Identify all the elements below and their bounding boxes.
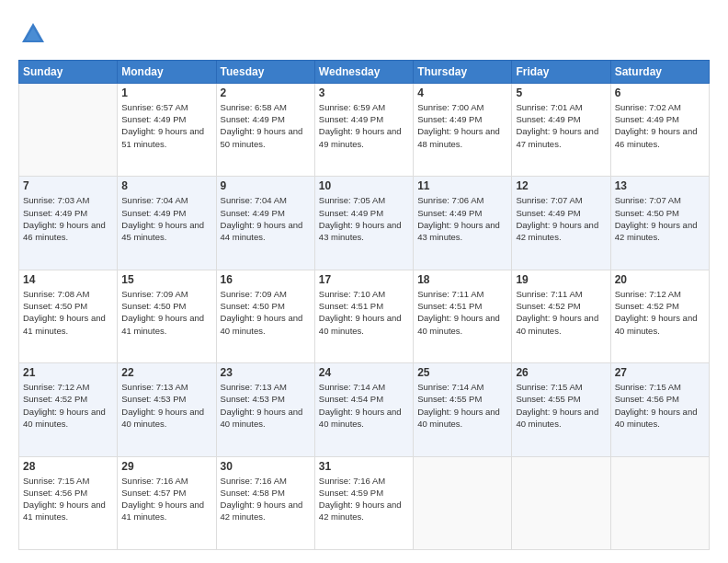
calendar-day-cell: 21Sunrise: 7:12 AMSunset: 4:52 PMDayligh…	[19, 363, 118, 456]
calendar-day-cell: 2Sunrise: 6:58 AMSunset: 4:49 PMDaylight…	[216, 83, 314, 176]
day-info: Sunrise: 7:09 AMSunset: 4:50 PMDaylight:…	[121, 288, 211, 337]
logo	[18, 20, 46, 51]
day-info: Sunrise: 7:16 AMSunset: 4:58 PMDaylight:…	[221, 475, 311, 523]
weekday-header-row: SundayMondayTuesdayWednesdayThursdayFrid…	[19, 60, 710, 83]
calendar-day-cell: 31Sunrise: 7:16 AMSunset: 4:59 PMDayligh…	[314, 456, 413, 549]
calendar-day-cell: 24Sunrise: 7:14 AMSunset: 4:54 PMDayligh…	[314, 363, 413, 456]
calendar-day-cell: 18Sunrise: 7:11 AMSunset: 4:51 PMDayligh…	[414, 270, 512, 362]
calendar-day-cell: 15Sunrise: 7:09 AMSunset: 4:50 PMDayligh…	[118, 270, 216, 362]
day-number: 13	[615, 179, 705, 192]
calendar-day-cell: 13Sunrise: 7:07 AMSunset: 4:50 PMDayligh…	[610, 177, 709, 270]
day-info: Sunrise: 7:15 AMSunset: 4:56 PMDaylight:…	[615, 381, 705, 430]
day-number: 30	[221, 460, 311, 473]
calendar-day-cell: 23Sunrise: 7:13 AMSunset: 4:53 PMDayligh…	[216, 363, 314, 456]
day-info: Sunrise: 7:14 AMSunset: 4:54 PMDaylight:…	[319, 381, 409, 430]
day-number: 10	[319, 179, 409, 192]
weekday-header-sunday: Sunday	[19, 60, 118, 83]
day-info: Sunrise: 7:07 AMSunset: 4:49 PMDaylight:…	[516, 194, 606, 243]
day-number: 21	[23, 366, 113, 379]
day-info: Sunrise: 7:02 AMSunset: 4:49 PMDaylight:…	[615, 101, 705, 150]
day-number: 9	[221, 179, 311, 192]
calendar-day-cell: 4Sunrise: 7:00 AMSunset: 4:49 PMDaylight…	[414, 83, 512, 176]
day-info: Sunrise: 6:59 AMSunset: 4:49 PMDaylight:…	[319, 101, 409, 150]
calendar-day-cell: 30Sunrise: 7:16 AMSunset: 4:58 PMDayligh…	[216, 456, 314, 549]
day-number: 19	[516, 273, 606, 286]
day-number: 8	[121, 179, 211, 192]
day-number: 18	[417, 273, 507, 286]
calendar-day-cell: 1Sunrise: 6:57 AMSunset: 4:49 PMDaylight…	[118, 83, 216, 176]
calendar-day-cell: 20Sunrise: 7:12 AMSunset: 4:52 PMDayligh…	[610, 270, 709, 362]
calendar-day-cell: 6Sunrise: 7:02 AMSunset: 4:49 PMDaylight…	[610, 83, 709, 176]
calendar-week-row: 21Sunrise: 7:12 AMSunset: 4:52 PMDayligh…	[19, 363, 710, 456]
day-info: Sunrise: 7:10 AMSunset: 4:51 PMDaylight:…	[319, 288, 409, 337]
day-info: Sunrise: 7:11 AMSunset: 4:51 PMDaylight:…	[417, 288, 507, 337]
calendar-day-cell: 25Sunrise: 7:14 AMSunset: 4:55 PMDayligh…	[414, 363, 512, 456]
day-info: Sunrise: 7:03 AMSunset: 4:49 PMDaylight:…	[23, 194, 113, 243]
calendar-day-cell	[512, 456, 610, 549]
weekday-header-tuesday: Tuesday	[216, 60, 314, 83]
calendar-day-cell: 11Sunrise: 7:06 AMSunset: 4:49 PMDayligh…	[414, 177, 512, 270]
day-info: Sunrise: 7:13 AMSunset: 4:53 PMDaylight:…	[121, 381, 211, 430]
day-number: 11	[417, 179, 507, 192]
calendar-day-cell: 19Sunrise: 7:11 AMSunset: 4:52 PMDayligh…	[512, 270, 610, 362]
day-info: Sunrise: 7:06 AMSunset: 4:49 PMDaylight:…	[417, 194, 507, 243]
day-number: 1	[121, 86, 211, 99]
calendar-day-cell: 9Sunrise: 7:04 AMSunset: 4:49 PMDaylight…	[216, 177, 314, 270]
day-number: 29	[121, 460, 211, 473]
day-number: 17	[319, 273, 409, 286]
logo-general	[18, 20, 46, 51]
day-number: 3	[319, 86, 409, 99]
day-number: 24	[319, 366, 409, 379]
day-info: Sunrise: 6:57 AMSunset: 4:49 PMDaylight:…	[121, 101, 211, 150]
calendar-day-cell: 16Sunrise: 7:09 AMSunset: 4:50 PMDayligh…	[216, 270, 314, 362]
calendar-week-row: 1Sunrise: 6:57 AMSunset: 4:49 PMDaylight…	[19, 83, 710, 176]
calendar-day-cell	[414, 456, 512, 549]
day-number: 22	[121, 366, 211, 379]
header	[18, 17, 710, 51]
day-info: Sunrise: 7:15 AMSunset: 4:55 PMDaylight:…	[516, 381, 606, 430]
day-number: 4	[417, 86, 507, 99]
page: SundayMondayTuesdayWednesdayThursdayFrid…	[0, 0, 728, 563]
day-number: 5	[516, 86, 606, 99]
day-info: Sunrise: 7:12 AMSunset: 4:52 PMDaylight:…	[615, 288, 705, 337]
day-info: Sunrise: 7:08 AMSunset: 4:50 PMDaylight:…	[23, 288, 113, 337]
day-number: 15	[121, 273, 211, 286]
day-number: 20	[615, 273, 705, 286]
weekday-header-saturday: Saturday	[610, 60, 709, 83]
day-number: 25	[417, 366, 507, 379]
day-number: 26	[516, 366, 606, 379]
day-number: 14	[23, 273, 113, 286]
day-info: Sunrise: 7:11 AMSunset: 4:52 PMDaylight:…	[516, 288, 606, 337]
calendar-day-cell	[610, 456, 709, 549]
weekday-header-friday: Friday	[512, 60, 610, 83]
day-info: Sunrise: 7:16 AMSunset: 4:57 PMDaylight:…	[121, 475, 211, 523]
calendar-table: SundayMondayTuesdayWednesdayThursdayFrid…	[18, 60, 710, 550]
calendar-day-cell: 29Sunrise: 7:16 AMSunset: 4:57 PMDayligh…	[118, 456, 216, 549]
day-info: Sunrise: 7:09 AMSunset: 4:50 PMDaylight:…	[221, 288, 311, 337]
calendar-day-cell: 3Sunrise: 6:59 AMSunset: 4:49 PMDaylight…	[314, 83, 413, 176]
day-info: Sunrise: 7:01 AMSunset: 4:49 PMDaylight:…	[516, 101, 606, 150]
day-number: 7	[23, 179, 113, 192]
calendar-week-row: 14Sunrise: 7:08 AMSunset: 4:50 PMDayligh…	[19, 270, 710, 362]
calendar-day-cell: 7Sunrise: 7:03 AMSunset: 4:49 PMDaylight…	[19, 177, 118, 270]
day-number: 27	[615, 366, 705, 379]
calendar-day-cell	[19, 83, 118, 176]
day-info: Sunrise: 7:12 AMSunset: 4:52 PMDaylight:…	[23, 381, 113, 430]
calendar-day-cell: 5Sunrise: 7:01 AMSunset: 4:49 PMDaylight…	[512, 83, 610, 176]
weekday-header-thursday: Thursday	[414, 60, 512, 83]
day-number: 23	[221, 366, 311, 379]
calendar-day-cell: 14Sunrise: 7:08 AMSunset: 4:50 PMDayligh…	[19, 270, 118, 362]
calendar-day-cell: 22Sunrise: 7:13 AMSunset: 4:53 PMDayligh…	[118, 363, 216, 456]
calendar-day-cell: 8Sunrise: 7:04 AMSunset: 4:49 PMDaylight…	[118, 177, 216, 270]
day-number: 16	[221, 273, 311, 286]
calendar-day-cell: 26Sunrise: 7:15 AMSunset: 4:55 PMDayligh…	[512, 363, 610, 456]
day-info: Sunrise: 7:15 AMSunset: 4:56 PMDaylight:…	[23, 475, 113, 523]
day-number: 6	[615, 86, 705, 99]
day-info: Sunrise: 6:58 AMSunset: 4:49 PMDaylight:…	[221, 101, 311, 150]
day-number: 2	[221, 86, 311, 99]
calendar-day-cell: 17Sunrise: 7:10 AMSunset: 4:51 PMDayligh…	[314, 270, 413, 362]
calendar-day-cell: 12Sunrise: 7:07 AMSunset: 4:49 PMDayligh…	[512, 177, 610, 270]
day-info: Sunrise: 7:13 AMSunset: 4:53 PMDaylight:…	[221, 381, 311, 430]
calendar-week-row: 7Sunrise: 7:03 AMSunset: 4:49 PMDaylight…	[19, 177, 710, 270]
day-info: Sunrise: 7:00 AMSunset: 4:49 PMDaylight:…	[417, 101, 507, 150]
